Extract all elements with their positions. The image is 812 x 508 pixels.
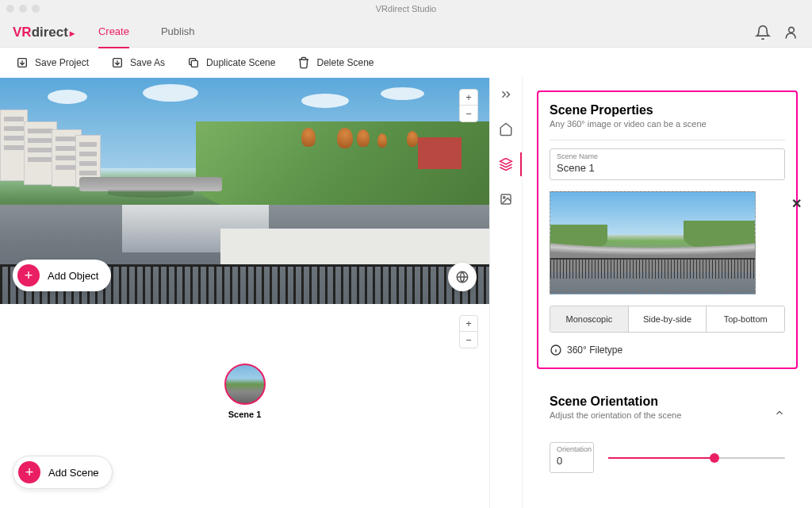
scene-thumbnail [224, 364, 266, 405]
traffic-close[interactable] [6, 5, 14, 13]
bell-icon[interactable] [755, 25, 771, 40]
add-scene-button[interactable]: + Add Scene [13, 456, 113, 489]
section-title: Scene Properties [550, 103, 785, 117]
scene-name-field[interactable]: Scene Name [550, 148, 785, 180]
save-project-button[interactable]: Save Project [16, 56, 89, 69]
filetype-label: 360° Filetype [567, 344, 622, 356]
frame-icon[interactable] [499, 192, 513, 206]
save-as-icon [111, 56, 124, 69]
scene-node-label: Scene 1 [228, 410, 262, 419]
duplicate-scene-button[interactable]: Duplicate Scene [187, 56, 275, 69]
properties-panel: Scene Properties Any 360° image or video… [523, 78, 812, 508]
window-titlebar: VRdirect Studio [0, 0, 812, 17]
scene-graph[interactable]: + − Scene 1 + Add Scene [0, 304, 489, 508]
segment-top-bottom[interactable]: Top-bottom [707, 306, 784, 332]
save-as-button[interactable]: Save As [111, 56, 165, 69]
filetype-row: 360° Filetype [550, 344, 785, 356]
scene-node[interactable]: Scene 1 [224, 364, 266, 419]
remove-image-button[interactable]: ✕ [791, 196, 806, 210]
orientation-slider[interactable] [608, 457, 785, 459]
traffic-maximize[interactable] [32, 5, 40, 13]
tab-create[interactable]: Create [98, 16, 129, 48]
svg-point-6 [504, 197, 505, 198]
segment-monoscopic[interactable]: Monoscopic [550, 306, 629, 332]
zoom-in-button[interactable]: + [460, 90, 477, 106]
scene-name-input[interactable] [557, 162, 778, 174]
save-icon [16, 56, 29, 69]
field-label: Scene Name [557, 152, 778, 160]
user-icon[interactable] [783, 25, 799, 40]
svg-point-0 [789, 27, 795, 33]
orientation-input[interactable] [557, 455, 587, 467]
traffic-minimize[interactable] [19, 5, 27, 13]
scene-image-preview[interactable] [550, 191, 756, 294]
trash-icon [297, 56, 310, 69]
segment-side-by-side[interactable]: Side-by-side [629, 306, 707, 332]
add-object-button[interactable]: + Add Object [13, 260, 111, 291]
section-subtitle: Adjust the orientation of the scene [550, 410, 681, 420]
layers-icon[interactable] [499, 157, 513, 171]
chevron-up-icon[interactable] [774, 407, 785, 418]
scene-orientation-section: Scene Orientation Adjust the orientation… [537, 382, 798, 486]
delete-scene-button[interactable]: Delete Scene [297, 56, 373, 69]
duplicate-icon [187, 56, 200, 69]
section-title: Scene Orientation [550, 394, 681, 409]
plus-icon: + [18, 461, 40, 483]
scene-properties-section: Scene Properties Any 360° image or video… [537, 90, 798, 369]
info-icon[interactable] [550, 344, 562, 356]
orientation-field[interactable]: Orientation [550, 442, 594, 473]
viewport-zoom: + − [459, 89, 478, 122]
collapse-icon[interactable] [499, 87, 513, 102]
traffic-lights [6, 5, 40, 13]
svg-rect-3 [191, 60, 197, 67]
tab-publish[interactable]: Publish [161, 16, 195, 48]
globe-icon [455, 270, 469, 284]
app-header: VRdirect▸ Create Publish [0, 17, 812, 48]
plus-icon: + [17, 264, 40, 287]
app-logo: VRdirect▸ [13, 25, 75, 40]
home-icon[interactable] [499, 122, 513, 137]
zoom-out-button[interactable]: − [460, 106, 477, 121]
main-tabs: Create Publish [98, 16, 195, 48]
graph-zoom: + − [459, 315, 478, 348]
slider-thumb[interactable] [710, 453, 719, 463]
globe-button[interactable] [448, 263, 477, 291]
side-rail [489, 78, 523, 508]
time-events-section: Time Events Create events at a specific … [537, 498, 798, 508]
window-title: VRdirect Studio [376, 4, 436, 13]
graph-zoom-out-button[interactable]: − [460, 332, 477, 348]
section-subtitle: Any 360° image or video can be a scene [550, 119, 785, 129]
scene-viewport[interactable]: + − + Add Object [0, 78, 489, 304]
graph-zoom-in-button[interactable]: + [460, 316, 477, 332]
stereo-mode-control: Monoscopic Side-by-side Top-bottom [550, 306, 785, 333]
toolbar: Save Project Save As Duplicate Scene Del… [0, 48, 812, 78]
